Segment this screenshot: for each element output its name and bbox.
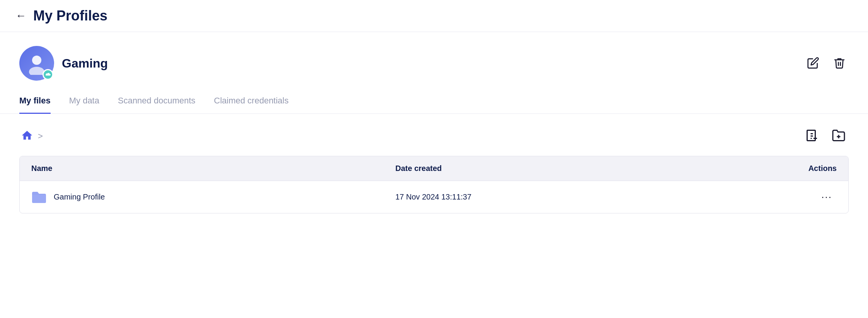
new-folder-button[interactable]	[829, 125, 849, 147]
tab-my-files[interactable]: My files	[19, 89, 51, 114]
delete-button[interactable]	[830, 54, 849, 73]
page-title: My Profiles	[33, 8, 107, 24]
tab-claimed-credentials[interactable]: Claimed credentials	[214, 89, 289, 114]
file-name: Gaming Profile	[54, 193, 105, 201]
tab-my-data[interactable]: My data	[69, 89, 99, 114]
file-name-cell: Gaming Profile	[31, 191, 395, 204]
profile-name: Gaming	[62, 56, 108, 71]
folder-icon	[31, 191, 47, 204]
home-button[interactable]	[19, 128, 35, 144]
tabs: My files My data Scanned documents Claim…	[19, 88, 849, 113]
actions-cell: ···	[759, 189, 837, 205]
date-created: 17 Nov 2024 13:11:37	[395, 193, 471, 201]
profile-actions	[804, 54, 849, 73]
date-cell: 17 Nov 2024 13:11:37	[395, 193, 759, 201]
new-folder-icon	[832, 129, 846, 142]
breadcrumb-row: >	[19, 125, 849, 147]
breadcrumb: >	[19, 128, 43, 144]
home-icon	[21, 129, 33, 142]
table-row: Gaming Profile 17 Nov 2024 13:11:37 ···	[20, 181, 848, 213]
file-table: Name Date created Actions Gaming Profile…	[19, 156, 849, 213]
file-browser: >	[0, 114, 868, 225]
edit-button[interactable]	[804, 54, 822, 73]
profile-section: Gaming	[0, 32, 868, 88]
col-name-header: Name	[31, 164, 395, 173]
avatar-badge	[43, 69, 53, 80]
new-file-icon	[805, 129, 819, 142]
cloud-icon	[45, 72, 51, 77]
back-button[interactable]: ←	[15, 10, 26, 22]
new-file-button[interactable]	[802, 125, 822, 147]
trash-icon	[833, 57, 846, 69]
more-actions-button[interactable]: ···	[817, 189, 837, 205]
col-actions-header: Actions	[759, 164, 837, 173]
edit-icon	[807, 57, 819, 69]
col-date-header: Date created	[395, 164, 759, 173]
svg-point-0	[32, 56, 41, 65]
table-header: Name Date created Actions	[20, 156, 848, 181]
avatar	[19, 46, 54, 81]
profile-info: Gaming	[19, 46, 108, 81]
tabs-container: My files My data Scanned documents Claim…	[0, 88, 868, 114]
svg-point-1	[29, 67, 44, 75]
page-header: ← My Profiles	[0, 0, 868, 32]
breadcrumb-separator: >	[38, 131, 43, 141]
file-toolbar	[802, 125, 849, 147]
tab-scanned-documents[interactable]: Scanned documents	[118, 89, 196, 114]
